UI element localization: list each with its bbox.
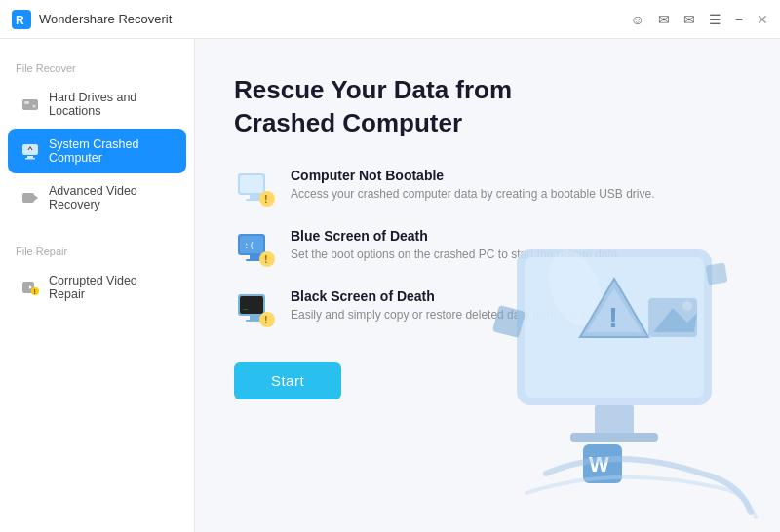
sidebar-item-corrupted-video-label: Corrupted Video Repair bbox=[49, 274, 175, 301]
headset-icon[interactable]: ✉ bbox=[658, 12, 670, 27]
corrupted-video-icon: ! bbox=[20, 277, 41, 298]
svg-rect-6 bbox=[27, 156, 33, 158]
file-repair-label: File Repair bbox=[0, 238, 194, 263]
illustration: ! W bbox=[468, 210, 760, 522]
svg-text:!: ! bbox=[34, 288, 36, 295]
sidebar-item-hard-drives-label: Hard Drives and Locations bbox=[49, 91, 175, 118]
app-icon: R bbox=[12, 10, 31, 29]
page-title: Rescue Your Data from Crashed Computer bbox=[234, 74, 546, 140]
black-screen-icon: _ ! bbox=[234, 288, 277, 331]
svg-rect-7 bbox=[25, 158, 35, 160]
content-area: Rescue Your Data from Crashed Computer !… bbox=[195, 39, 780, 532]
svg-rect-2 bbox=[22, 99, 38, 110]
svg-text:W: W bbox=[589, 452, 609, 476]
user-icon[interactable]: ☺ bbox=[631, 12, 644, 27]
sidebar-item-system-crashed[interactable]: System Crashed Computer bbox=[8, 129, 186, 173]
sidebar-item-corrupted-video[interactable]: ! Corrupted Video Repair bbox=[8, 265, 186, 310]
sidebar-item-system-crashed-label: System Crashed Computer bbox=[49, 137, 175, 165]
title-bar: R Wondershare Recoverit ☺ ✉ ✉ ☰ − ✕ bbox=[0, 0, 780, 39]
svg-text::(: :( bbox=[244, 241, 254, 250]
title-bar-left: R Wondershare Recoverit bbox=[12, 10, 172, 29]
svg-rect-45 bbox=[705, 262, 727, 285]
svg-point-4 bbox=[33, 105, 36, 108]
svg-text:_: _ bbox=[243, 301, 248, 310]
svg-point-41 bbox=[682, 301, 692, 311]
sidebar-item-advanced-video[interactable]: Advanced Video Recovery bbox=[8, 175, 186, 220]
svg-text:!: ! bbox=[264, 253, 268, 265]
app-title: Wondershare Recoverit bbox=[39, 12, 172, 26]
svg-rect-42 bbox=[595, 405, 634, 435]
not-bootable-text: Computer Not Bootable Access your crashe… bbox=[291, 168, 655, 203]
svg-rect-43 bbox=[570, 433, 658, 442]
svg-text:!: ! bbox=[608, 301, 618, 333]
not-bootable-icon: ! bbox=[234, 168, 277, 210]
not-bootable-title: Computer Not Bootable bbox=[291, 168, 655, 183]
file-recover-label: File Recover bbox=[0, 55, 194, 80]
svg-text:R: R bbox=[16, 14, 24, 27]
blue-screen-icon: :( ! bbox=[234, 228, 277, 271]
svg-rect-14 bbox=[240, 175, 263, 193]
svg-rect-8 bbox=[22, 193, 34, 203]
advanced-video-icon bbox=[20, 187, 41, 209]
not-bootable-desc: Access your crashed computer data by cre… bbox=[291, 186, 655, 203]
svg-rect-3 bbox=[24, 101, 29, 104]
sidebar-item-hard-drives[interactable]: Hard Drives and Locations bbox=[8, 82, 186, 127]
hard-drive-icon bbox=[20, 94, 41, 115]
start-button[interactable]: Start bbox=[234, 362, 341, 399]
minimize-button[interactable]: − bbox=[735, 12, 743, 27]
menu-icon[interactable]: ☰ bbox=[709, 12, 722, 27]
mail-icon[interactable]: ✉ bbox=[683, 12, 695, 27]
sidebar: File Recover Hard Drives and Locations bbox=[0, 39, 195, 532]
sidebar-item-advanced-video-label: Advanced Video Recovery bbox=[49, 184, 175, 211]
svg-text:!: ! bbox=[264, 193, 268, 205]
main-layout: File Recover Hard Drives and Locations bbox=[0, 39, 780, 532]
title-bar-controls: ☺ ✉ ✉ ☰ − ✕ bbox=[631, 12, 768, 27]
system-crashed-icon bbox=[20, 140, 41, 162]
close-button[interactable]: ✕ bbox=[757, 12, 768, 27]
svg-text:!: ! bbox=[264, 314, 268, 325]
svg-marker-9 bbox=[34, 195, 38, 201]
option-not-bootable: ! Computer Not Bootable Access your cras… bbox=[234, 168, 741, 210]
